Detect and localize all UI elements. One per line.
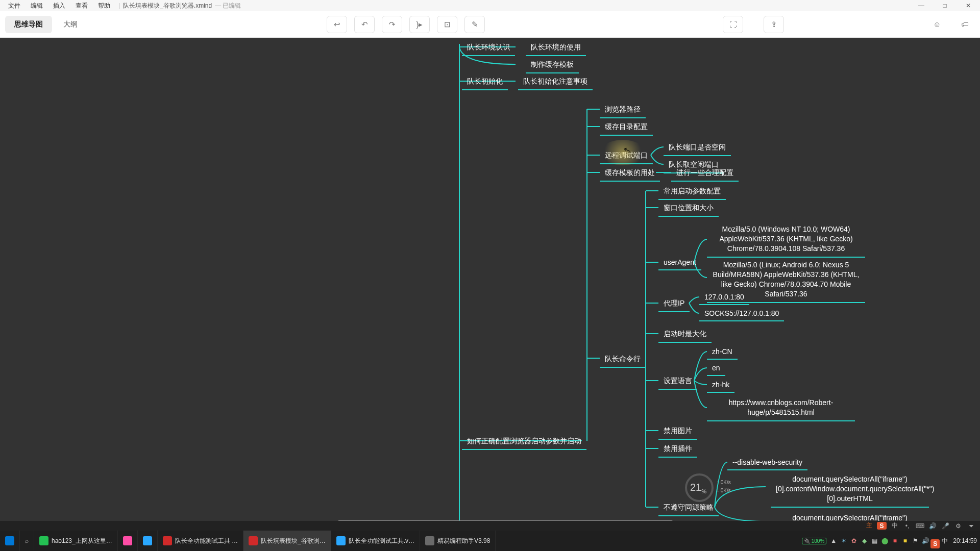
leaf-lang-zhcn[interactable]: zh-CN [707, 345, 738, 358]
leaf-lang-zhhk[interactable]: zh-hk [707, 379, 734, 391]
leaf-ua-windows[interactable]: Mozilla/5.0 (Windows NT 10.0; WOW64) App… [707, 222, 865, 256]
node-common-params[interactable]: 常用启动参数配置 [658, 185, 726, 198]
start-button[interactable] [0, 531, 20, 551]
taskbar-item[interactable]: 队长全功能测试工具.v… [331, 531, 420, 551]
ime-status-bar: 主 S 中 •, ⌨ 🔊 🎤 ⚙ ⏷ [0, 521, 980, 531]
branch-icon[interactable]: }▸ [409, 16, 430, 33]
ime-badge[interactable]: S [930, 539, 940, 548]
taskbar-item[interactable]: 队长全功能测试工具 … [158, 531, 243, 551]
taskbar-item-active[interactable]: 队长填表模块_谷歌浏… [243, 531, 331, 551]
tab-outline[interactable]: 大纲 [54, 16, 87, 33]
node-disable-images[interactable]: 禁用图片 [658, 424, 697, 438]
tray-icon[interactable]: ⬤ [879, 531, 890, 551]
topic-icon[interactable]: ⊡ [437, 16, 457, 33]
note-icon[interactable]: ✎ [464, 16, 485, 33]
toolbar: 思维导图 大纲 ↩ ↶ ↷ }▸ ⊡ ✎ ⛶ ⇪ ☺ 🏷 [0, 11, 980, 38]
menu-help[interactable]: 帮助 [93, 2, 115, 10]
node-env-use[interactable]: 队长环境的使用 [526, 41, 586, 54]
document-status: — 已编辑 [215, 2, 241, 10]
settings-icon[interactable]: ⚙ [953, 522, 963, 530]
ime-main-label[interactable]: 主 [864, 522, 874, 530]
network-speed-widget: 21% ↑ 0K/s↓ 0K/s [685, 472, 731, 503]
windows-taskbar: ⌕ hao123_上网从这里… 队长全功能测试工具 … 队长填表模块_谷歌浏… … [0, 531, 980, 551]
system-tray: 🔌 100% ▲ ✶ ✿ ◆ ▦ ⬤ ■ ■ ⚑ 🔊 S 中 20:14:59 [802, 531, 980, 551]
ime-lang-tray[interactable]: 中 [940, 531, 950, 551]
node-cache-template-use[interactable]: 缓存模板的用处 [600, 166, 660, 180]
tray-icon[interactable]: ■ [900, 531, 910, 551]
node-init[interactable]: 队长初始化 [462, 75, 508, 88]
share-icon[interactable]: ⇪ [764, 16, 784, 33]
tray-icon[interactable]: ⚑ [910, 531, 920, 551]
taskbar-item[interactable]: 精易编程助手V3.98 [420, 531, 496, 551]
mindmap-canvas[interactable]: 队长环境认识 队长初始化 如何正确配置浏览器启动参数并启动 队长环境的使用 制作… [0, 38, 980, 528]
battery-icon[interactable]: 🔌 100% [802, 538, 826, 544]
tray-icon[interactable]: ✶ [839, 531, 849, 551]
search-button[interactable]: ⌕ [20, 531, 34, 551]
taskbar-item[interactable]: hao123_上网从这里… [34, 531, 118, 551]
node-env-recognize[interactable]: 队长环境认识 [462, 41, 515, 54]
node-window-pos[interactable]: 窗口位置和大小 [658, 202, 719, 215]
tray-icon[interactable]: ◆ [859, 531, 869, 551]
node-how-config[interactable]: 如何正确配置浏览器启动参数并启动 [462, 435, 586, 448]
emoji-icon[interactable]: ☺ [927, 16, 947, 33]
menu-file[interactable]: 文件 [3, 2, 26, 10]
node-cache-template[interactable]: 制作缓存模板 [526, 58, 579, 71]
node-cache-dir[interactable]: 缓存目录配置 [600, 120, 653, 134]
menu-edit[interactable]: 编辑 [26, 2, 48, 10]
title-bar: 文件 编辑 插入 查看 帮助 | 队长填表模块_谷歌浏览器.xmind — 已编… [0, 0, 980, 11]
taskbar-item[interactable] [138, 531, 158, 551]
back-icon[interactable]: ↩ [327, 16, 347, 33]
window-minimize-button[interactable]: — [910, 2, 933, 9]
ime-punct[interactable]: •, [902, 522, 912, 530]
speaker-icon[interactable]: 🔊 [928, 522, 938, 530]
node-proxy-ip[interactable]: 代理IP [658, 297, 690, 310]
leaf-iframe-window[interactable]: document.querySelectorAll("iframe")[0].c… [771, 472, 929, 506]
taskbar-clock[interactable]: 20:14:59 [953, 537, 977, 544]
node-start-max[interactable]: 启动时最大化 [658, 328, 712, 341]
leaf-lang-url[interactable]: https://www.cnblogs.com/Robert-huge/p/54… [707, 396, 855, 419]
window-maximize-button[interactable]: □ [933, 2, 957, 9]
node-port-free[interactable]: 队长端口是否空闲 [664, 141, 731, 154]
tray-icon[interactable]: ▲ [828, 531, 839, 551]
tag-icon[interactable]: 🏷 [954, 16, 975, 33]
undo-icon[interactable]: ↶ [354, 16, 375, 33]
node-browser-path[interactable]: 浏览器路径 [600, 103, 646, 116]
leaf-lang-en[interactable]: en [707, 362, 725, 374]
ime-lang[interactable]: 中 [890, 522, 899, 530]
tray-icon[interactable]: ▦ [869, 531, 879, 551]
leaf-disable-web-security[interactable]: --disable-web-security [727, 456, 807, 468]
document-filename: 队长填表模块_谷歌浏览器.xmind [123, 2, 212, 10]
tab-mindmap[interactable]: 思维导图 [5, 16, 52, 33]
redo-icon[interactable]: ↷ [382, 16, 402, 33]
node-disable-plugins[interactable]: 禁用插件 [658, 442, 697, 456]
keyboard-icon[interactable]: ⌨ [915, 522, 925, 530]
tray-icon[interactable]: ■ [890, 531, 900, 551]
fullscreen-icon[interactable]: ⛶ [723, 16, 743, 33]
node-useragent[interactable]: userAgent [658, 256, 701, 268]
node-set-lang[interactable]: 设置语言 [658, 374, 697, 388]
mic-icon[interactable]: 🎤 [941, 522, 950, 530]
volume-icon[interactable]: 🔊 [920, 531, 930, 551]
leaf-proxy-socks[interactable]: SOCKS5://127.0.0.1:80 [699, 307, 784, 319]
menu-view[interactable]: 查看 [70, 2, 93, 10]
tray-icon[interactable]: ✿ [849, 531, 859, 551]
node-captain-cmdline[interactable]: 队长命令行 [600, 353, 646, 366]
node-init-notes[interactable]: 队长初始化注意事项 [518, 75, 593, 88]
window-close-button[interactable]: ✕ [957, 2, 980, 9]
chevron-down-icon[interactable]: ⏷ [966, 522, 976, 530]
menu-insert[interactable]: 插入 [48, 2, 70, 10]
node-reasonable-config[interactable]: 进行一些合理配置 [671, 166, 739, 180]
taskbar-item[interactable] [118, 531, 138, 551]
leaf-proxy-http[interactable]: 127.0.0.1:80 [699, 291, 749, 303]
